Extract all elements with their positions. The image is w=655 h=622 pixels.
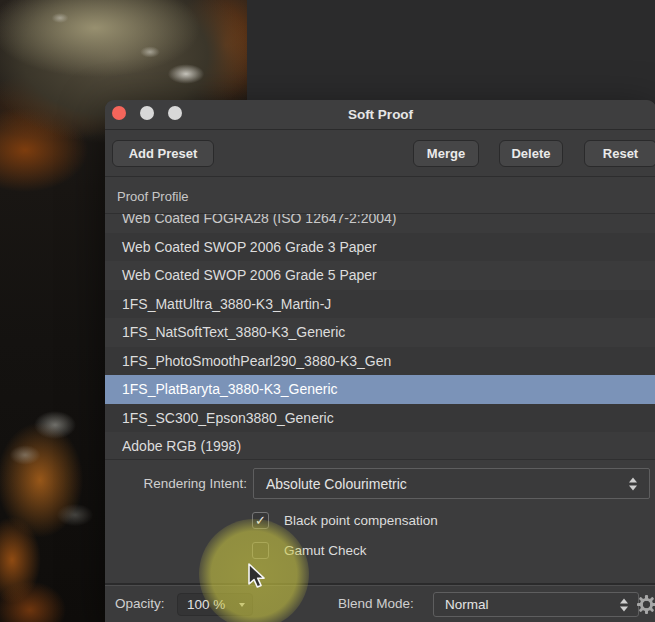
rendering-intent-value: Absolute Colourimetric — [266, 469, 407, 498]
opacity-label: Opacity: — [115, 586, 165, 622]
reset-button[interactable]: Reset — [584, 140, 655, 167]
profile-list-item[interactable]: 1FS_NatSoftText_3880-K3_Generic — [105, 318, 655, 347]
blend-mode-value: Normal — [445, 593, 489, 616]
checkbox-box: ✓ — [252, 542, 269, 559]
delete-button[interactable]: Delete — [499, 140, 563, 167]
checkmark-icon: ✓ — [255, 514, 266, 527]
profile-list-item[interactable]: 1FS_PlatBaryta_3880-K3_Generic — [105, 375, 655, 404]
gamut-check-checkbox[interactable]: ✓ Gamut Check — [252, 542, 367, 559]
stepper-icon — [620, 598, 628, 611]
profile-list-item-label: Web Coated SWOP 2006 Grade 3 Paper — [122, 239, 377, 255]
profile-list[interactable]: Web Coated FOGRA28 (ISO 12647-2:2004)Web… — [105, 213, 655, 460]
profile-list-item[interactable]: Web Coated SWOP 2006 Grade 5 Paper — [105, 261, 655, 290]
rendering-intent-label: Rendering Intent: — [105, 468, 247, 499]
preset-toolbar: Add Preset Merge Delete Reset — [105, 130, 655, 177]
opacity-value: 100 % — [187, 594, 225, 615]
profile-list-item-label: 1FS_PhotoSmoothPearl290_3880-K3_Gen — [122, 353, 391, 369]
checkbox-box: ✓ — [252, 512, 269, 529]
profile-list-item-label: 1FS_SC300_Epson3880_Generic — [122, 410, 334, 426]
gear-icon[interactable] — [637, 595, 655, 614]
profile-list-item[interactable]: Adobe RGB (1998) — [105, 432, 655, 460]
proof-profile-label: Proof Profile — [117, 189, 189, 204]
footer-bar: Opacity: 100 % Blend Mode: Normal — [105, 585, 655, 622]
profile-list-item-label: 1FS_MattUltra_3880-K3_Martin-J — [122, 296, 331, 312]
profile-list-item-label: Web Coated FOGRA28 (ISO 12647-2:2004) — [122, 213, 396, 226]
soft-proof-dialog: Soft Proof Add Preset Merge Delete Reset… — [105, 100, 655, 622]
profile-list-item-label: 1FS_PlatBaryta_3880-K3_Generic — [122, 381, 338, 397]
blend-mode-select[interactable]: Normal — [433, 592, 639, 617]
title-bar[interactable]: Soft Proof — [105, 100, 655, 130]
add-preset-button[interactable]: Add Preset — [112, 140, 214, 167]
profile-list-item[interactable]: 1FS_MattUltra_3880-K3_Martin-J — [105, 290, 655, 319]
profile-list-item-label: Web Coated SWOP 2006 Grade 5 Paper — [122, 267, 377, 283]
opacity-combo[interactable]: 100 % — [177, 593, 253, 616]
profile-list-item[interactable]: 1FS_PhotoSmoothPearl290_3880-K3_Gen — [105, 347, 655, 376]
blend-mode-label: Blend Mode: — [338, 586, 414, 622]
profile-list-item-label: 1FS_NatSoftText_3880-K3_Generic — [122, 324, 345, 340]
checkbox-label: Gamut Check — [284, 543, 367, 558]
merge-button[interactable]: Merge — [413, 140, 479, 167]
stepper-icon — [629, 477, 637, 490]
checkbox-label: Black point compensation — [284, 513, 438, 528]
rendering-intent-select[interactable]: Absolute Colourimetric — [253, 468, 650, 499]
profile-list-item[interactable]: Web Coated SWOP 2006 Grade 3 Paper — [105, 233, 655, 262]
profile-list-item[interactable]: 1FS_SC300_Epson3880_Generic — [105, 404, 655, 433]
window-title: Soft Proof — [105, 100, 655, 130]
profile-list-item-label: Adobe RGB (1998) — [122, 438, 241, 454]
black-point-compensation-checkbox[interactable]: ✓ Black point compensation — [252, 512, 438, 529]
disclosure-triangle-icon — [239, 603, 245, 607]
profile-list-item[interactable]: Web Coated FOGRA28 (ISO 12647-2:2004) — [105, 213, 655, 233]
